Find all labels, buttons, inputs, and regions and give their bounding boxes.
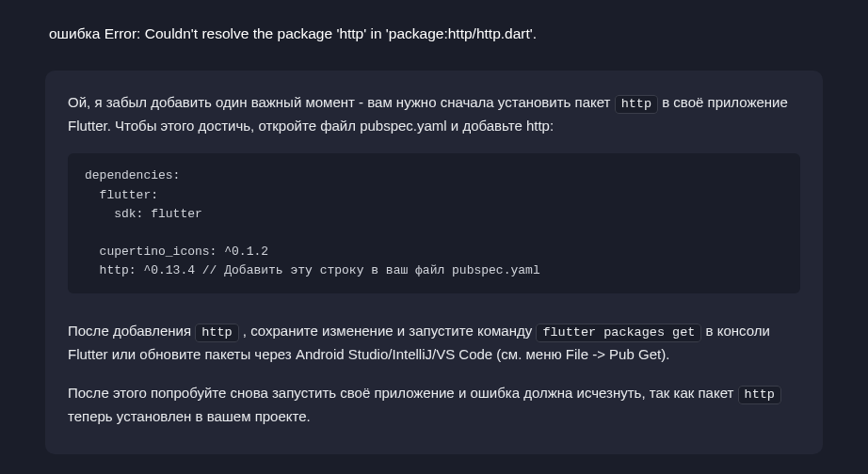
text-fragment: После добавления (68, 323, 195, 339)
response-intro-paragraph: Ой, я забыл добавить один важный момент … (68, 91, 800, 136)
user-error-message: ошибка Error: Couldn't resolve the packa… (45, 23, 823, 44)
pubspec-code-block[interactable]: dependencies: flutter: sdk: flutter cupe… (68, 153, 800, 293)
text-fragment: , сохраните изменение и запустите команд… (243, 323, 537, 339)
inline-code-http: http (615, 95, 658, 114)
inline-code-flutter-packages-get: flutter packages get (536, 324, 701, 342)
inline-code-http: http (738, 386, 781, 404)
text-fragment: Ой, я забыл добавить один важный момент … (68, 94, 615, 110)
assistant-response-card: Ой, я забыл добавить один важный момент … (45, 71, 823, 453)
inline-code-http: http (195, 324, 238, 342)
text-fragment: После этого попробуйте снова запустить с… (68, 385, 738, 401)
text-fragment: теперь установлен в вашем проекте. (68, 408, 311, 424)
response-final-paragraph: После этого попробуйте снова запустить с… (68, 382, 800, 427)
response-mid-paragraph: После добавления http , сохраните измене… (68, 320, 800, 365)
